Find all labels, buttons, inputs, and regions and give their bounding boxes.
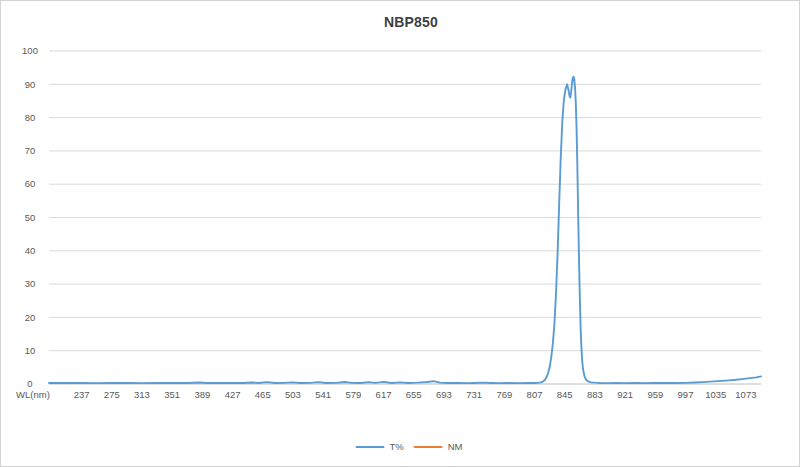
x-axis-tick-label: 731 [466,389,482,400]
legend: T% NM [355,442,462,452]
legend-item-t-percent[interactable]: T% [355,442,403,452]
chart-frame: NBP850 0102030405060708090100WL(nm)23727… [0,0,800,467]
y-axis-tick-label: 10 [25,345,36,356]
x-axis-tick-label: 465 [255,389,271,400]
y-axis-tick-label: 20 [25,312,36,323]
y-axis-tick-label: 70 [25,145,36,156]
x-axis-tick-label: 275 [104,389,120,400]
legend-line-swatch-nm [414,446,443,449]
y-axis-tick-label: 90 [25,79,36,90]
series-line-t-[interactable] [49,77,761,384]
x-axis-tick-label: 351 [164,389,180,400]
x-axis-tick-label: 503 [285,389,301,400]
x-axis-tick-label: 1073 [735,389,756,400]
x-axis-tick-label: 541 [315,389,331,400]
x-axis-tick-label: 313 [134,389,150,400]
x-axis-tick-label: 807 [527,389,543,400]
legend-label-nm: NM [448,442,463,452]
x-axis-tick-label: 389 [194,389,210,400]
x-axis-tick-label: 617 [376,389,392,400]
y-axis-tick-label: 100 [22,45,38,56]
x-axis-tick-label: 237 [74,389,90,400]
x-axis-tick-label: 883 [587,389,603,400]
legend-line-swatch-t-percent [355,446,384,449]
x-axis-tick-label: 579 [345,389,361,400]
x-axis-tick-label: 655 [406,389,422,400]
x-axis-tick-label: 427 [225,389,241,400]
x-axis-tick-label: 1035 [705,389,726,400]
x-axis-tick-label: 959 [647,389,663,400]
x-axis-tick-label: 997 [678,389,694,400]
plot-area: 0102030405060708090100WL(nm)237275313351… [1,1,800,467]
x-axis-tick-label: 845 [557,389,573,400]
y-axis-tick-label: 0 [27,378,32,389]
x-axis-tick-label: 769 [496,389,512,400]
y-axis-tick-label: 80 [25,112,36,123]
y-axis-tick-label: 50 [25,212,36,223]
y-axis-tick-label: 40 [25,245,36,256]
y-axis-tick-label: 30 [25,278,36,289]
y-axis-tick-label: 60 [25,178,36,189]
x-axis-unit-label: WL(nm) [16,389,50,400]
legend-item-nm[interactable]: NM [414,442,463,452]
legend-label-t-percent: T% [389,442,403,452]
x-axis-tick-label: 693 [436,389,452,400]
x-axis-tick-label: 921 [617,389,633,400]
